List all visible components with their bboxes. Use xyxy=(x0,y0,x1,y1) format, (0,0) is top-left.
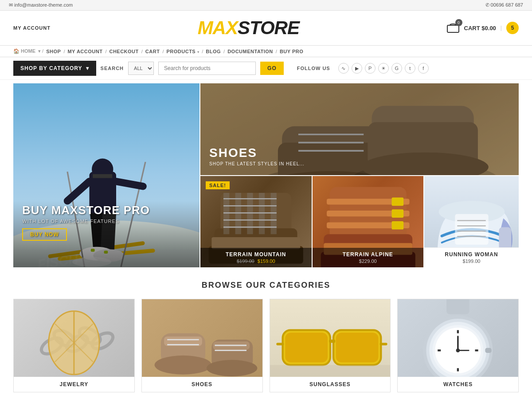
jewelry-label: JEWELRY xyxy=(14,377,134,392)
search-input[interactable] xyxy=(158,62,256,75)
svg-rect-118 xyxy=(485,348,492,353)
svg-rect-101 xyxy=(379,343,387,345)
svg-rect-57 xyxy=(391,197,403,206)
categories-grid: JEWELRY xyxy=(13,299,519,392)
category-sunglasses[interactable]: SUNGLASSES xyxy=(270,299,391,392)
sunglasses-svg xyxy=(270,299,391,377)
terrain-alpine-price: $229.00 xyxy=(317,258,419,264)
category-shoes[interactable]: SHOES xyxy=(141,299,263,392)
nav-checkout[interactable]: CHECKOUT xyxy=(109,49,138,54)
cart-divider: | xyxy=(501,25,502,31)
logo-max: MAX xyxy=(198,17,238,38)
shop-by-category-button[interactable]: SHOP BY CATEGORY ▾ xyxy=(13,61,96,76)
logo[interactable]: MAXSTORE xyxy=(198,17,299,39)
shop-by-category-label: SHOP BY CATEGORY xyxy=(20,65,82,71)
buy-now-button[interactable]: BUY NOW xyxy=(22,228,67,241)
sunglasses-label: SUNGLASSES xyxy=(270,377,391,392)
svg-point-88 xyxy=(207,360,257,376)
shoes-subtitle: SHOP THE LATEST STYLES IN HEEL... xyxy=(209,161,305,166)
svg-rect-100 xyxy=(276,343,284,345)
facebook-icon[interactable]: f xyxy=(418,63,429,74)
search-category-select[interactable]: ALL xyxy=(128,62,154,75)
hero-main-text: BUY MAXSTORE PRO WITH LOT OF AWESOME FEA… xyxy=(22,204,150,241)
cart-text: CART $0.00 xyxy=(464,25,496,31)
svg-rect-104 xyxy=(446,299,469,314)
hero-shoes-panel[interactable]: SHOES SHOP THE LATEST STYLES IN HEEL... xyxy=(200,83,519,175)
nav: 🏠 HOME ▾ / SHOP / MY ACCOUNT / CHECKOUT … xyxy=(0,45,532,57)
cart-icon-wrap[interactable]: 0 xyxy=(446,22,460,35)
hero-bottom: SALE! TERRAIN MOUNTAIN $199.00 $159.00 xyxy=(200,175,519,268)
running-woman-price: $199.00 xyxy=(428,258,515,264)
category-watches[interactable]: WATCHES xyxy=(397,299,519,392)
browse-title: BROWSE OUR CATEGORIES xyxy=(13,281,519,290)
topbar-email: ✉ info@maxstore-theme.com xyxy=(9,2,73,8)
topbar: ✉ info@maxstore-theme.com ✆ 00696 687 68… xyxy=(0,0,532,11)
watches-image xyxy=(398,299,518,377)
svg-rect-102 xyxy=(270,365,391,377)
terrain-alpine-label: TERRAIN ALPINE $229.00 xyxy=(313,248,424,267)
nav-myaccount[interactable]: MY ACCOUNT xyxy=(67,49,102,54)
watches-svg xyxy=(398,299,518,377)
instagram-icon[interactable]: ☀ xyxy=(378,63,389,74)
svg-line-16 xyxy=(116,181,143,186)
social-icons: ∿ ▶ P ☀ G t f xyxy=(338,63,429,74)
nav-cart[interactable]: CART xyxy=(145,49,160,54)
running-woman-title: RUNNING WOMAN xyxy=(428,251,515,258)
hero-section: FISCH BUY MAXSTORE PRO WITH LOT OF AWESO… xyxy=(13,83,519,267)
svg-rect-58 xyxy=(391,209,403,218)
sunglasses-image xyxy=(270,299,391,377)
nav-shop[interactable]: SHOP xyxy=(46,49,61,54)
terrain-mountain-title: TERRAIN MOUNTAIN xyxy=(205,251,307,258)
cart-badge: 0 xyxy=(455,19,462,26)
dropdown-arrow-icon: ▾ xyxy=(86,65,89,71)
svg-rect-38 xyxy=(211,237,300,249)
topbar-phone: ✆ 00696 687 687 xyxy=(485,2,523,8)
youtube-icon[interactable]: ▶ xyxy=(352,63,362,74)
terrain-mountain-price: $199.00 $159.00 xyxy=(205,258,307,264)
products-dropdown-arrow: ▾ xyxy=(197,50,200,54)
twitter-icon[interactable]: t xyxy=(405,63,415,74)
search-label: SEARCH xyxy=(101,66,124,71)
svg-point-83 xyxy=(154,356,211,375)
hero-main[interactable]: FISCH BUY MAXSTORE PRO WITH LOT OF AWESO… xyxy=(13,83,200,267)
svg-rect-59 xyxy=(391,221,403,229)
toolbar: SHOP BY CATEGORY ▾ SEARCH ALL GO FOLLOW … xyxy=(0,57,532,80)
follow-us-label: FOLLOW US xyxy=(297,66,330,71)
running-shoe-svg xyxy=(424,176,519,248)
logo-store: STORE xyxy=(238,17,299,38)
notification-circle[interactable]: 5 xyxy=(506,22,519,34)
shoes-category-svg xyxy=(142,299,262,377)
svg-rect-64 xyxy=(455,214,488,244)
nav-products[interactable]: PRODUCTS ▾ xyxy=(166,49,199,54)
sale-badge: SALE! xyxy=(206,181,230,189)
header: MY ACCOUNT MAXSTORE 0 CART $0.00 | 5 xyxy=(0,11,532,45)
svg-rect-99 xyxy=(329,340,335,343)
terrain-alpine-title: TERRAIN ALPINE xyxy=(317,251,419,258)
search-go-button[interactable]: GO xyxy=(260,62,284,75)
header-cart: 0 CART $0.00 | 5 xyxy=(446,22,519,35)
terrain-mountain-label: TERRAIN MOUNTAIN $199.00 $159.00 xyxy=(200,248,312,267)
shoes-text: SHOES SHOP THE LATEST STYLES IN HEEL... xyxy=(209,146,305,166)
svg-point-116 xyxy=(456,348,460,352)
nav-home[interactable]: 🏠 HOME xyxy=(13,48,35,54)
pinterest-icon[interactable]: P xyxy=(365,63,376,74)
svg-rect-0 xyxy=(447,25,459,32)
hero-terrain-mountain[interactable]: SALE! TERRAIN MOUNTAIN $199.00 $159.00 xyxy=(200,176,312,268)
category-jewelry[interactable]: JEWELRY xyxy=(13,299,135,392)
shoes-category-image xyxy=(142,299,262,377)
browse-section: BROWSE OUR CATEGORIES xyxy=(0,267,532,399)
hero-terrain-alpine[interactable]: TERRAIN ALPINE $229.00 xyxy=(312,176,424,268)
rss-icon[interactable]: ∿ xyxy=(338,63,349,74)
terrain-old-price: $199.00 xyxy=(237,258,254,264)
svg-rect-18 xyxy=(93,174,112,178)
watches-label: WATCHES xyxy=(398,377,518,392)
my-account-link[interactable]: MY ACCOUNT xyxy=(13,25,51,31)
shoes-label: SHOES xyxy=(142,377,262,392)
nav-buypro[interactable]: BUY PRO xyxy=(280,49,303,54)
google-icon[interactable]: G xyxy=(391,63,402,74)
hero-running-panel[interactable]: RUNNING WOMAN $199.00 xyxy=(423,176,519,268)
hero-main-title: BUY MAXSTORE PRO xyxy=(22,204,150,217)
nav-documentation[interactable]: DOCUMENTATION xyxy=(227,49,273,54)
nav-blog[interactable]: BLOG xyxy=(206,49,221,54)
running-woman-label: RUNNING WOMAN $199.00 xyxy=(424,247,519,267)
